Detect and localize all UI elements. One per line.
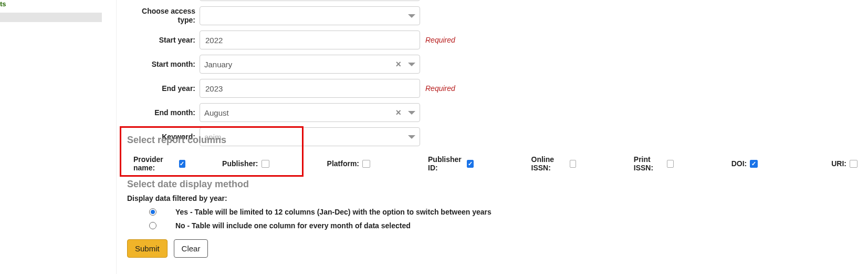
chevron-down-icon (408, 63, 415, 66)
column-checkbox[interactable] (750, 160, 758, 168)
column-label: Print ISSN: (634, 155, 664, 172)
input-start-year[interactable] (200, 31, 420, 49)
submit-button[interactable]: Submit (127, 239, 168, 258)
close-icon[interactable]: × (395, 59, 401, 69)
column-label: URI: (831, 159, 846, 168)
radio-label: Yes - Table will be limited to 12 column… (175, 208, 491, 216)
column-checkbox-item: Print ISSN: (634, 155, 674, 172)
section-title-date-display: Select date display method (127, 179, 857, 190)
input-end-year[interactable] (200, 79, 420, 98)
radio-button[interactable] (149, 208, 156, 216)
select-end-month-value: August (204, 108, 229, 117)
column-label: Platform: (327, 159, 359, 168)
column-checkbox[interactable] (667, 160, 673, 168)
radio-row: No - Table will include one column for e… (149, 221, 857, 230)
label-display-filtered-by-year: Display data filtered by year: (127, 194, 857, 202)
required-tag-end-year: Required (425, 84, 455, 93)
column-checkbox[interactable] (467, 160, 473, 168)
chevron-down-icon (408, 14, 415, 18)
label-start-month: Start month: (127, 60, 195, 69)
column-checkbox[interactable] (262, 160, 269, 168)
radio-button[interactable] (149, 222, 156, 229)
chevron-down-icon (408, 111, 415, 115)
clear-button[interactable]: Clear (174, 239, 208, 258)
column-checkbox[interactable] (570, 160, 576, 168)
select-end-month[interactable]: August × (200, 103, 420, 122)
radio-row: Yes - Table will be limited to 12 column… (149, 208, 857, 216)
close-icon[interactable]: × (395, 108, 401, 117)
column-checkbox-item: Platform: (327, 159, 370, 168)
column-checkbox[interactable] (362, 160, 370, 168)
select-start-month-value: January (204, 60, 232, 69)
label-end-month: End month: (127, 108, 195, 117)
column-checkbox-item: DOI: (731, 159, 758, 168)
column-checkbox-item: URI: (831, 159, 857, 168)
label-start-year: Start year: (127, 36, 195, 45)
column-label: DOI: (731, 159, 747, 168)
column-checkbox-item: Provider name: (133, 155, 185, 172)
column-checkbox-item: Publisher: (222, 159, 269, 168)
column-checkbox-item: Online ISSN: (531, 155, 576, 172)
column-checkbox[interactable] (850, 160, 857, 168)
main-content: type: Choose access type: (116, 0, 868, 274)
column-label: Online ISSN: (531, 155, 567, 172)
column-label: Provider name: (133, 155, 176, 172)
radio-options-container: Yes - Table will be limited to 12 column… (127, 208, 857, 230)
column-checkbox-item: Publisher ID: (428, 155, 474, 172)
column-label: Publisher ID: (428, 155, 464, 172)
radio-label: No - Table will include one column for e… (175, 221, 411, 230)
sidebar-nav-link-partial[interactable]: ts (0, 0, 116, 11)
select-type[interactable] (200, 0, 420, 1)
select-start-month[interactable]: January × (200, 55, 420, 74)
sidebar-active-item[interactable] (0, 13, 102, 22)
column-label: Publisher: (222, 159, 258, 168)
report-columns-row: Provider name:Publisher:Platform:Publish… (127, 155, 857, 172)
column-checkbox[interactable] (179, 160, 185, 168)
label-access-type: Choose access type: (127, 7, 195, 25)
section-title-report-columns: Select report columns (127, 135, 857, 146)
select-access-type[interactable] (200, 6, 420, 25)
sidebar: ts (0, 0, 116, 274)
label-end-year: End year: (127, 84, 195, 93)
required-tag-start-year: Required (425, 36, 455, 44)
